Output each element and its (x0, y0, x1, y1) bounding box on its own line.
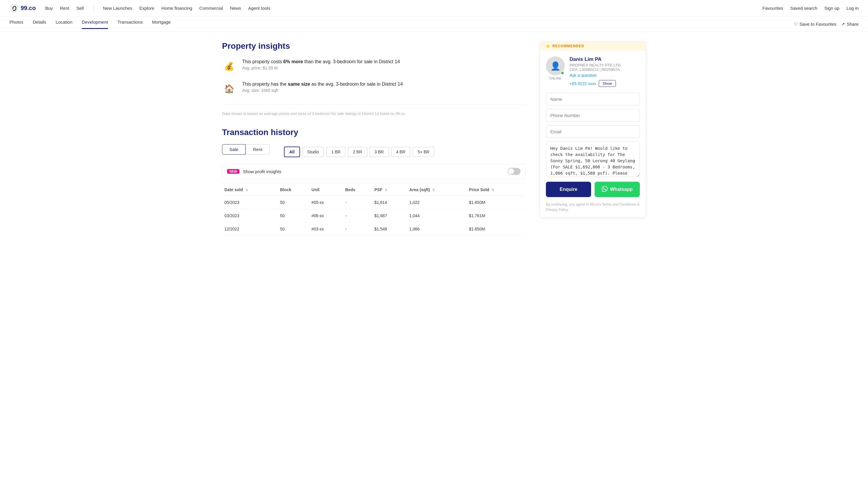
insight-size-sub: Avg. size: 1065 sqft (242, 88, 403, 93)
action-buttons: Enquire Whatsapp (540, 182, 646, 202)
toggle-knob (508, 168, 514, 174)
ask-question-link[interactable]: Ask a question (570, 73, 640, 78)
agent-avatar-wrapper: 👤 ONLINE (546, 56, 565, 80)
col-price: Price Sold ⇅ (467, 184, 526, 196)
filter-studio[interactable]: Studio (302, 147, 324, 157)
insight-price-text: This property costs 6% more than the avg… (242, 59, 400, 70)
col-date-sold: Date sold ⇅ (222, 184, 278, 196)
cell-price: $1.650M (467, 223, 526, 236)
tab-mortgage[interactable]: Mortgage (152, 19, 171, 29)
sale-tab[interactable]: Sale (222, 144, 246, 155)
filter-2br[interactable]: 2 BR (348, 147, 367, 157)
col-block: Block (278, 184, 309, 196)
nav-buy[interactable]: Buy (45, 5, 53, 11)
agent-card: ⭐ RECOMMENDED 👤 ONLINE Danis Lim PA PROP… (540, 41, 646, 217)
cell-area: 1,066 (407, 223, 467, 236)
rent-tab[interactable]: Rent (246, 144, 270, 155)
filter-1br[interactable]: 1 BR (326, 147, 345, 157)
main-layout: Property insights 💰 This property costs … (212, 32, 656, 236)
size-icon: 🏠 (222, 82, 236, 96)
sort-icon-price[interactable]: ⇅ (491, 188, 494, 192)
cell-psf: $1,614 (372, 196, 407, 209)
nav-agent-tools[interactable]: Agent tools (248, 5, 270, 11)
bedroom-filters: All Studio 1 BR 2 BR 3 BR 4 BR 5+ BR (284, 146, 434, 157)
agent-phone: +65 9222 xxxx Show (570, 80, 640, 87)
filter-3br[interactable]: 3 BR (370, 147, 389, 157)
nav-rent[interactable]: Rent (60, 5, 69, 11)
phone-input[interactable] (546, 109, 640, 122)
table-body: 05/202350#05-xx-$1,6141,022$1.650M03/202… (222, 196, 526, 236)
sort-icon-psf[interactable]: ⇅ (385, 188, 387, 192)
agent-company: PROPNEX REALTY PTE LTD (570, 63, 640, 67)
cell-block: 50 (278, 223, 309, 236)
sort-icon-area[interactable]: ⇅ (432, 188, 435, 192)
insight-size: 🏠 This property has the same size as the… (222, 82, 526, 96)
agent-section: 👤 ONLINE Danis Lim PA PROPNEX REALTY PTE… (540, 51, 646, 93)
whatsapp-icon (602, 186, 608, 193)
table-row: 05/202350#05-xx-$1,6141,022$1.650M (222, 196, 526, 209)
insight-price: 💰 This property costs 6% more than the a… (222, 59, 526, 73)
tab-development[interactable]: Development (82, 19, 108, 29)
message-textarea[interactable] (546, 142, 640, 177)
share-icon: ↗ (841, 22, 845, 27)
cell-block: 50 (278, 209, 309, 223)
svg-point-0 (10, 4, 19, 13)
tab-location[interactable]: Location (56, 19, 73, 29)
nav-home-financing[interactable]: Home financing (162, 5, 192, 11)
nav-commercial[interactable]: Commercial (199, 5, 223, 11)
sort-icon-date[interactable]: ⇅ (245, 188, 248, 192)
insight-divider (222, 104, 526, 104)
cell-block: 50 (278, 196, 309, 209)
agent-cea: CEA: L3008022J | R025957A (570, 67, 640, 72)
nav-sign-up[interactable]: Sign up (824, 5, 839, 11)
sub-nav-links: Photos Details Location Development Tran… (10, 19, 171, 29)
insight-note: Data shown is based on average prices an… (222, 111, 526, 116)
filter-4br[interactable]: 4 BR (391, 147, 410, 157)
profit-toggle[interactable] (507, 168, 520, 175)
insight-price-main: This property costs 6% more than the avg… (242, 59, 400, 65)
insight-price-sub: Avg. price: $1.59 M (242, 66, 400, 70)
name-input[interactable] (546, 93, 640, 105)
terms-text: By continuing, you agree to 99.co's Term… (540, 202, 646, 217)
nav-news[interactable]: News (230, 5, 241, 11)
col-unit: Unit (309, 184, 343, 196)
cell-price: $1.761M (467, 209, 526, 223)
property-insights-title: Property insights (222, 41, 526, 51)
show-phone-button[interactable]: Show (599, 80, 616, 87)
nav-favourites[interactable]: Favourites (762, 5, 783, 11)
cell-date: 12/2022 (222, 223, 278, 236)
email-input[interactable] (546, 125, 640, 138)
tab-details[interactable]: Details (33, 19, 46, 29)
logo[interactable]: 99.co (10, 3, 36, 13)
sub-nav-right: ♡ Save to Favourites ↗ Share (794, 22, 858, 27)
agent-name: Danis Lim PA (570, 56, 640, 62)
top-nav: 99.co Buy Rent Sell New Launches Explore… (0, 0, 868, 16)
share-button[interactable]: ↗ Share (841, 22, 858, 27)
cell-beds: - (343, 196, 372, 209)
tab-transactions[interactable]: Transactions (118, 19, 143, 29)
contact-form (540, 93, 646, 182)
agent-info: Danis Lim PA PROPNEX REALTY PTE LTD CEA:… (570, 56, 640, 87)
nav-log-in[interactable]: Log in (847, 5, 858, 11)
transaction-history-title: Transaction history (222, 128, 526, 137)
cell-psf: $1,548 (372, 223, 407, 236)
whatsapp-button[interactable]: Whatsapp (594, 182, 640, 197)
cell-area: 1,044 (407, 209, 467, 223)
table-row: 03/202350#06-xx-$1,6871,044$1.761M (222, 209, 526, 223)
nav-explore[interactable]: Explore (139, 5, 155, 11)
cell-date: 03/2023 (222, 209, 278, 223)
filter-all[interactable]: All (284, 146, 300, 157)
recommended-bar: ⭐ RECOMMENDED (540, 42, 646, 51)
cell-unit: #05-xx (309, 196, 343, 209)
tab-photos[interactable]: Photos (10, 19, 23, 29)
nav-new-launches[interactable]: New Launches (103, 5, 132, 11)
filter-5br[interactable]: 5+ BR (413, 147, 434, 157)
enquire-button[interactable]: Enquire (546, 182, 591, 197)
table-row: 12/202250#03-xx-$1,5481,066$1.650M (222, 223, 526, 236)
sidebar: ⭐ RECOMMENDED 👤 ONLINE Danis Lim PA PROP… (540, 41, 646, 236)
save-to-favourites-button[interactable]: ♡ Save to Favourites (794, 22, 836, 27)
nav-sell[interactable]: Sell (76, 5, 84, 11)
col-area: Area (sqft) ⇅ (407, 184, 467, 196)
sub-nav: Photos Details Location Development Tran… (0, 16, 868, 32)
nav-saved-search[interactable]: Saved search (790, 5, 818, 11)
